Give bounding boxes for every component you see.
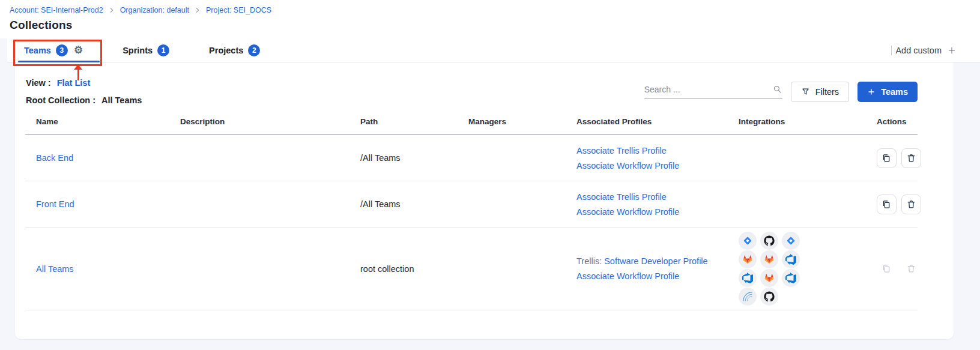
trellis-profile-prefix: Trellis: (576, 256, 604, 266)
associate-workflow-profile-link[interactable]: Associate Workflow Profile (576, 207, 679, 217)
copy-icon (882, 153, 892, 163)
teams-count-badge: 3 (56, 44, 68, 56)
integrations-cell (728, 232, 866, 306)
breadcrumb-project-link[interactable]: Project: SEI_DOCS (206, 6, 271, 14)
column-header-path: Path (349, 117, 458, 126)
view-settings: View : Flat List Root Collection : All T… (26, 78, 142, 105)
table-row: Back End /All Teams Associate Trellis Pr… (25, 135, 918, 181)
azure-devops-icon (739, 269, 757, 287)
gitlab-icon (760, 269, 778, 287)
search-icon (772, 84, 782, 94)
collection-name-link[interactable]: Back End (36, 153, 73, 163)
add-custom-label: Add custom (895, 46, 942, 55)
view-mode-link[interactable]: Flat List (57, 78, 91, 88)
plus-icon (867, 88, 876, 96)
azure-devops-icon (782, 250, 800, 268)
associated-profiles-cell: Trellis: Software Developer Profile Asso… (566, 256, 728, 281)
table-row: Front End /All Teams Associate Trellis P… (25, 181, 918, 228)
github-icon (760, 288, 778, 306)
associate-workflow-profile-link[interactable]: Associate Workflow Profile (576, 271, 679, 281)
delete-button[interactable] (901, 195, 921, 214)
collection-name-link[interactable]: All Teams (36, 264, 74, 274)
filters-button[interactable]: Filters (791, 82, 849, 102)
gear-icon[interactable]: ⚙ (74, 45, 83, 55)
search-box (644, 84, 782, 99)
breadcrumb-organization-link[interactable]: Organization: default (120, 6, 189, 14)
column-header-associated-profiles: Associated Profiles (566, 117, 728, 126)
actions-cell (866, 195, 921, 214)
actions-cell (866, 148, 921, 168)
associate-trellis-profile-link[interactable]: Associate Trellis Profile (576, 192, 667, 202)
root-collection-label: Root Collection : (26, 95, 95, 105)
collections-tabbar: Teams 3 ⚙ Sprints 1 Projects 2 Add custo… (7, 38, 980, 62)
copy-button[interactable] (877, 148, 897, 168)
associate-trellis-profile-link[interactable]: Associate Trellis Profile (576, 146, 667, 155)
funnel-icon (801, 87, 810, 96)
path-cell: root collection (349, 264, 458, 274)
column-header-description: Description (169, 117, 349, 126)
collections-toolbar: View : Flat List Root Collection : All T… (15, 62, 954, 105)
jira-icon (739, 232, 757, 250)
table-header-row: Name Description Path Managers Associate… (25, 117, 918, 135)
actions-cell (866, 259, 921, 279)
tab-teams[interactable]: Teams 3 ⚙ (24, 38, 83, 62)
breadcrumb: Account: SEI-Internal-Prod2 Organization… (10, 6, 980, 14)
github-icon (760, 232, 778, 250)
add-custom-button[interactable]: Add custom (895, 46, 956, 55)
collection-name-link[interactable]: Front End (36, 199, 74, 209)
tab-projects-label: Projects (209, 46, 243, 55)
add-teams-button-label: Teams (881, 87, 908, 97)
column-header-actions: Actions (866, 117, 918, 126)
tab-sprints-label: Sprints (122, 46, 153, 55)
copy-button[interactable] (877, 195, 897, 214)
chevron-right-icon (109, 7, 115, 13)
tab-sprints[interactable]: Sprints 1 (122, 38, 169, 62)
active-tab-underline (18, 61, 100, 62)
collections-table: Name Description Path Managers Associate… (25, 117, 918, 310)
chevron-right-icon (195, 7, 201, 13)
page-header: Account: SEI-Internal-Prod2 Organization… (0, 0, 980, 38)
sprints-count-badge: 1 (157, 44, 169, 56)
trash-icon (906, 264, 916, 274)
collections-card: View : Flat List Root Collection : All T… (15, 62, 954, 339)
root-collection-value: All Teams (101, 95, 142, 105)
trash-icon (906, 199, 916, 210)
table-row: All Teams root collection Trellis: Softw… (25, 228, 918, 310)
page-title: Collections (10, 19, 980, 32)
copy-icon (882, 199, 892, 210)
gitlab-icon (739, 250, 757, 268)
add-teams-button[interactable]: Teams (858, 82, 918, 102)
tab-teams-label: Teams (24, 46, 51, 55)
associated-profiles-cell: Associate Trellis Profile Associate Work… (566, 192, 728, 217)
sonarqube-icon (739, 288, 757, 306)
search-input[interactable] (644, 85, 769, 94)
path-cell: /All Teams (349, 153, 458, 163)
trellis-profile-link[interactable]: Software Developer Profile (604, 256, 707, 266)
associate-workflow-profile-link[interactable]: Associate Workflow Profile (576, 161, 679, 170)
trash-icon (906, 153, 916, 163)
delete-button-disabled (901, 259, 921, 279)
view-label: View : (26, 78, 51, 88)
delete-button[interactable] (901, 148, 921, 168)
azure-devops-icon (782, 269, 800, 287)
plus-icon (948, 46, 956, 55)
tab-projects[interactable]: Projects 2 (209, 38, 260, 62)
copy-icon (882, 264, 892, 274)
projects-count-badge: 2 (248, 44, 260, 56)
breadcrumb-account-link[interactable]: Account: SEI-Internal-Prod2 (10, 6, 103, 14)
gitlab-icon (760, 250, 778, 268)
jira-icon (782, 232, 800, 250)
associated-profiles-cell: Associate Trellis Profile Associate Work… (566, 146, 728, 170)
column-header-integrations: Integrations (728, 117, 866, 126)
toolbar-actions: Filters Teams (644, 82, 918, 102)
path-cell: /All Teams (349, 199, 458, 209)
filters-button-label: Filters (815, 87, 839, 97)
copy-button-disabled (877, 259, 897, 279)
tabbar-divider (891, 46, 892, 55)
column-header-name: Name (25, 117, 169, 126)
column-header-managers: Managers (458, 117, 566, 126)
